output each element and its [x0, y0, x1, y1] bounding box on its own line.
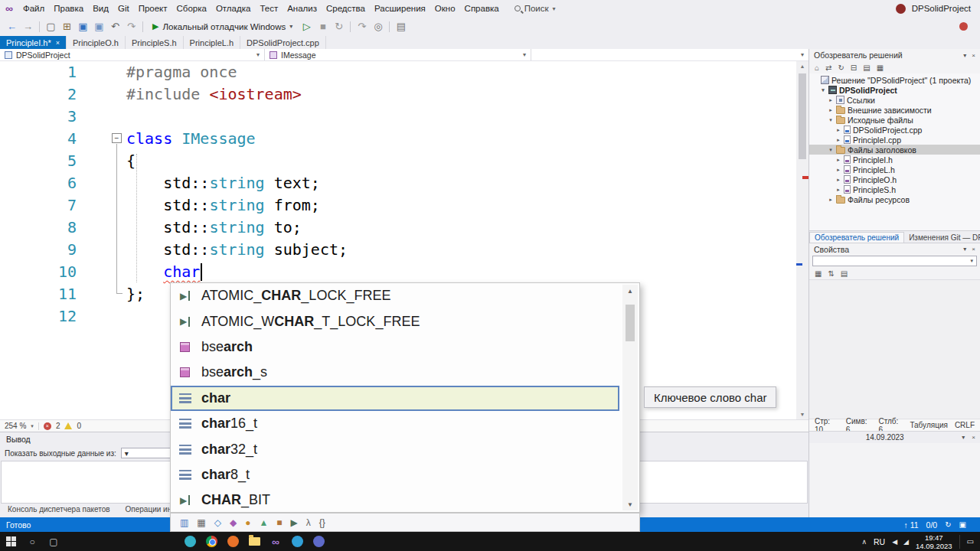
edge-icon[interactable] — [179, 532, 201, 551]
expander-icon[interactable]: ▸ — [835, 127, 841, 133]
taskbar-clock[interactable]: 19:47 14.09.2023 — [916, 533, 952, 550]
expander-icon[interactable]: ▸ — [835, 187, 841, 193]
code-text[interactable]: std::string to; — [77, 217, 302, 239]
chevron-down-icon[interactable]: ▾ — [962, 434, 965, 441]
nav-forward-icon[interactable]: → — [20, 18, 36, 35]
filter-properties-icon[interactable]: ◇ — [214, 518, 221, 527]
filter-macros-icon[interactable]: ▶ — [291, 518, 298, 527]
stop-icon[interactable]: ■ — [315, 18, 331, 35]
scope-dropdown[interactable]: IMessage ▾ — [265, 49, 531, 60]
sync-icon[interactable]: ↻ — [945, 520, 951, 529]
eol-indicator[interactable]: CRLF — [955, 421, 975, 429]
filter-snippets-icon[interactable]: {} — [319, 518, 325, 527]
code-text[interactable]: #include <iostream> — [77, 83, 302, 106]
output-tab[interactable]: Консоль диспетчера пакетов — [8, 505, 110, 514]
expander-icon[interactable]: ▸ — [835, 167, 841, 173]
tree-item[interactable]: ▾Файлы заголовков — [809, 145, 980, 155]
menu-item[interactable]: Анализ — [283, 2, 322, 15]
properties-object-dropdown[interactable]: ▾ — [812, 256, 977, 266]
restart-icon[interactable]: ↻ — [331, 18, 347, 35]
undo-icon[interactable]: ↶ — [107, 18, 123, 35]
tree-item[interactable]: ▸Ссылки — [809, 95, 980, 105]
search-box[interactable]: Поиск ▾ — [514, 4, 556, 13]
menu-item[interactable]: Git — [113, 2, 134, 15]
chevron-down-icon[interactable]: ▾ — [31, 423, 34, 429]
menu-item[interactable]: Сборка — [172, 2, 211, 15]
member-dropdown[interactable]: ▾ — [531, 49, 808, 60]
expander-icon[interactable]: ▾ — [828, 117, 834, 123]
editor-tab[interactable]: PrincipleI.h*× — [0, 36, 67, 49]
new-project-icon[interactable]: ▢ — [43, 18, 59, 35]
nav-back-icon[interactable]: ← — [4, 18, 20, 35]
refresh-icon[interactable]: ↻ — [838, 64, 844, 72]
code-text[interactable]: { — [77, 150, 136, 172]
close-icon[interactable]: × — [972, 434, 975, 441]
step-over-icon[interactable]: ↷ — [354, 18, 370, 35]
editor-tab[interactable]: PrincipleL.h — [184, 36, 240, 49]
completion-item[interactable]: char16_t — [171, 411, 619, 436]
firefox-icon[interactable] — [222, 532, 243, 551]
tree-item[interactable]: ▸PrincipleI.h — [809, 155, 980, 165]
alphabetical-icon[interactable]: ⇅ — [828, 269, 834, 278]
run-no-debug-icon[interactable]: ▷ — [299, 18, 315, 35]
close-icon[interactable]: × — [972, 52, 975, 59]
completion-item[interactable]: ▶CHAR_BIT — [171, 487, 619, 513]
panel-tab[interactable]: Обозреватель решений — [809, 232, 904, 243]
tree-item[interactable]: Решение "DPSolidProject" (1 проекта) — [809, 75, 980, 85]
tree-item[interactable]: ▸DPSolidProject.cpp — [809, 125, 980, 135]
completion-item[interactable]: bsearch — [171, 334, 619, 360]
tree-item[interactable]: ▸Внешние зависимости — [809, 105, 980, 115]
collapse-all-icon[interactable]: ⊟ — [851, 64, 857, 72]
chrome-icon[interactable] — [201, 532, 222, 551]
close-icon[interactable]: × — [972, 246, 975, 253]
tree-item[interactable]: ▸PrincipleL.h — [809, 165, 980, 174]
show-all-files-icon[interactable]: ▤ — [863, 64, 870, 72]
visual-studio-icon[interactable]: ∞ — [265, 532, 286, 551]
tree-item[interactable]: ▾Исходные файлы — [809, 115, 980, 125]
warning-count[interactable]: 0 — [77, 422, 81, 430]
save-all-icon[interactable]: ▣ — [91, 18, 107, 35]
chevron-down-icon[interactable]: ▾ — [289, 23, 292, 30]
panel-tab[interactable]: Изменения Git — DPSolid... — [904, 233, 980, 243]
git-change-counter[interactable]: 0/0 — [926, 520, 938, 530]
tree-item[interactable]: ▾DPSolidProject — [809, 85, 980, 95]
completion-item[interactable]: char32_t — [171, 436, 619, 461]
hidden-icons-caret[interactable]: ∧ — [861, 538, 867, 546]
save-icon[interactable]: ▣ — [75, 18, 91, 35]
discord-icon[interactable] — [308, 532, 329, 551]
editor-tab[interactable]: PrincipleO.h — [67, 36, 126, 49]
live-share-icon[interactable] — [959, 22, 968, 31]
expander-icon[interactable]: ▾ — [820, 87, 826, 93]
completion-item[interactable]: char8_t — [171, 462, 619, 487]
scroll-down-icon[interactable]: ▼ — [622, 498, 638, 510]
code-text[interactable]: std::string subject; — [77, 239, 348, 261]
extensions-icon[interactable]: ▤ — [393, 18, 409, 35]
expander-icon[interactable]: ▾ — [828, 147, 834, 153]
tree-item[interactable]: ▸PrincipleO.h — [809, 174, 980, 184]
expander-icon[interactable]: ▸ — [835, 157, 841, 163]
menu-item[interactable]: Расширения — [370, 2, 430, 15]
chevron-down-icon[interactable]: ▾ — [963, 52, 966, 59]
language-indicator[interactable]: RU — [874, 537, 885, 546]
tree-item[interactable]: ▸PrincipleS.h — [809, 184, 980, 194]
menu-item[interactable]: Средства — [322, 2, 370, 15]
explorer-icon[interactable] — [243, 532, 265, 551]
task-view-icon[interactable]: ▢ — [43, 532, 64, 551]
action-center-icon[interactable]: ▭ — [967, 537, 974, 546]
menu-item[interactable]: Тест — [255, 2, 283, 15]
properties-icon[interactable]: ▦ — [877, 64, 884, 72]
error-count[interactable]: 2 — [56, 422, 60, 430]
property-pages-icon[interactable]: ▤ — [841, 269, 848, 278]
open-file-icon[interactable]: ⊞ — [59, 18, 75, 35]
telegram-icon[interactable] — [286, 532, 308, 551]
menu-item[interactable]: Окно — [430, 2, 460, 15]
completion-item[interactable]: bsearch_s — [171, 360, 619, 385]
menu-item[interactable]: Правка — [49, 2, 88, 15]
filter-classes-icon[interactable]: ● — [245, 518, 250, 527]
expander-icon[interactable]: ▸ — [828, 107, 834, 113]
editor-scrollbar[interactable]: ▲ ▼ — [796, 61, 808, 419]
code-text[interactable] — [77, 305, 126, 328]
filter-constants-icon[interactable]: ▦ — [197, 518, 205, 527]
code-text[interactable] — [77, 106, 126, 128]
code-text[interactable]: }; — [77, 283, 145, 305]
